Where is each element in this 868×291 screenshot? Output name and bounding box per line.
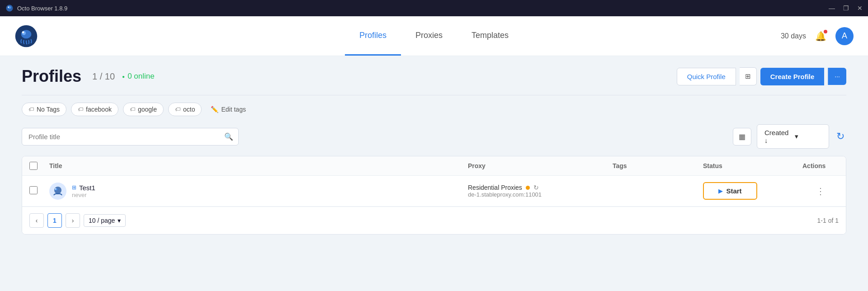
prev-page-button[interactable]: ‹	[29, 213, 44, 228]
row-more-button[interactable]: ⋮	[812, 184, 829, 198]
edit-icon: ✏️	[211, 106, 218, 113]
profile-last-used: never	[72, 192, 95, 198]
search-filter-row: 🔍 ▦ Created ↓ ▾ ↻	[22, 124, 846, 149]
proxy-name: Residential Proxies ↻	[468, 184, 613, 191]
tab-profiles[interactable]: Profiles	[345, 16, 401, 56]
status-cell: ▶ Start	[703, 182, 802, 200]
grid-toggle-button[interactable]: ⊞	[740, 67, 757, 85]
nav-logo	[14, 24, 38, 48]
profiles-online: 0 online	[122, 72, 155, 81]
table-header: Title Proxy Tags Status Actions	[22, 156, 846, 176]
search-button[interactable]: 🔍	[224, 132, 233, 141]
search-input[interactable]	[22, 128, 239, 146]
maximize-button[interactable]: ❐	[843, 5, 849, 11]
grid-icon: ⊞	[745, 72, 751, 80]
tag-icon: 🏷	[175, 106, 180, 113]
th-status: Status	[703, 162, 802, 170]
profile-info: ⊞ Test1 never	[72, 184, 95, 198]
tag-no-tags[interactable]: 🏷 No Tags	[22, 103, 66, 116]
quick-profile-button[interactable]: Quick Profile	[677, 68, 736, 85]
profile-avatar-icon	[49, 183, 66, 200]
minimize-button[interactable]: —	[829, 5, 835, 11]
edit-tags-button[interactable]: ✏️ Edit tags	[206, 103, 250, 116]
profiles-actions: Quick Profile ⊞ Create Profile ···	[677, 67, 846, 85]
th-actions: Actions	[802, 162, 839, 170]
proxy-status-dot	[526, 186, 530, 190]
subscription-days: 30 days	[781, 32, 806, 40]
chevron-down-icon: ▾	[795, 132, 821, 141]
header-divider	[22, 95, 846, 95]
refresh-icon: ↻	[836, 131, 844, 142]
actions-cell: ⋮	[802, 184, 839, 198]
app-title: Octo Browser 1.8.9	[17, 5, 67, 12]
profiles-title-section: Profiles 1 / 10 0 online	[22, 67, 155, 86]
svg-point-2	[8, 6, 9, 8]
column-toggle-button[interactable]: ▦	[733, 128, 751, 146]
tab-templates[interactable]: Templates	[457, 16, 523, 56]
more-options-icon: ···	[835, 73, 840, 80]
play-icon: ▶	[718, 188, 722, 194]
start-button[interactable]: ▶ Start	[703, 182, 757, 200]
row-select-cell[interactable]	[29, 186, 49, 196]
profile-name: ⊞ Test1	[72, 184, 95, 192]
search-icon: 🔍	[224, 133, 233, 141]
profiles-table: Title Proxy Tags Status Actions	[22, 156, 846, 235]
profile-cell: ⊞ Test1 never	[49, 183, 468, 200]
nav-tabs: Profiles Proxies Templates	[345, 16, 523, 56]
select-all-checkbox[interactable]	[29, 162, 38, 170]
profiles-count: 1 / 10	[92, 71, 115, 82]
create-profile-more-button[interactable]: ···	[828, 68, 846, 85]
next-page-button[interactable]: ›	[66, 213, 80, 228]
nav-right: 30 days 🔔 A	[781, 27, 854, 45]
columns-icon: ▦	[739, 133, 745, 141]
search-wrapper: 🔍	[22, 128, 239, 146]
page-size-dropdown[interactable]: 10 / page ▾	[84, 214, 126, 227]
app-logo-icon	[14, 24, 38, 48]
tag-icon: 🏷	[28, 106, 34, 113]
windows-icon: ⊞	[72, 184, 76, 191]
user-avatar[interactable]: A	[835, 27, 854, 45]
select-all-cell[interactable]	[29, 162, 49, 170]
main-content: Profiles 1 / 10 0 online Quick Profile ⊞…	[0, 56, 868, 291]
tag-icon: 🏷	[78, 106, 83, 113]
tags-row: 🏷 No Tags 🏷 facebook 🏷 google 🏷 octo ✏️ …	[22, 103, 846, 116]
th-title: Title	[49, 162, 468, 170]
app-logo-small	[5, 4, 14, 12]
avatar	[49, 183, 66, 200]
page-info: 1-1 of 1	[817, 217, 839, 224]
title-bar: Octo Browser 1.8.9 — ❐ ✕	[0, 0, 868, 16]
window-controls: — ❐ ✕	[829, 5, 863, 11]
pagination: ‹ 1 › 10 / page ▾ 1-1 of 1	[22, 207, 846, 234]
proxy-cell: Residential Proxies ↻ de-1.stableproxy.c…	[468, 184, 613, 198]
th-proxy: Proxy	[468, 162, 613, 170]
row-checkbox[interactable]	[29, 186, 38, 194]
tag-facebook[interactable]: 🏷 facebook	[71, 103, 118, 116]
chevron-down-icon: ▾	[118, 217, 121, 224]
table-row: ⊞ Test1 never Residential Proxies ↻ de-1…	[22, 176, 846, 207]
page-1-button[interactable]: 1	[47, 213, 62, 228]
proxy-host: de-1.stableproxy.com:11001	[468, 191, 613, 198]
profiles-header: Profiles 1 / 10 0 online Quick Profile ⊞…	[22, 67, 846, 86]
notification-bell[interactable]: 🔔	[815, 31, 826, 42]
proxy-refresh-icon[interactable]: ↻	[533, 184, 539, 191]
svg-point-10	[55, 188, 57, 189]
tag-octo[interactable]: 🏷 octo	[168, 103, 202, 116]
notification-dot	[824, 30, 827, 33]
page-title: Profiles	[22, 67, 81, 86]
tag-google[interactable]: 🏷 google	[123, 103, 164, 116]
tab-proxies[interactable]: Proxies	[401, 16, 457, 56]
top-nav: Profiles Proxies Templates 30 days 🔔 A	[0, 16, 868, 56]
svg-point-6	[22, 31, 24, 33]
tag-icon: 🏷	[130, 106, 135, 113]
create-profile-button[interactable]: Create Profile	[760, 68, 825, 85]
sort-dropdown[interactable]: Created ↓ ▾	[757, 124, 829, 149]
page-controls: ‹ 1 › 10 / page ▾	[29, 213, 126, 228]
refresh-button[interactable]: ↻	[835, 129, 846, 144]
th-tags: Tags	[613, 162, 703, 170]
more-icon: ⋮	[816, 186, 825, 196]
close-button[interactable]: ✕	[857, 5, 863, 11]
